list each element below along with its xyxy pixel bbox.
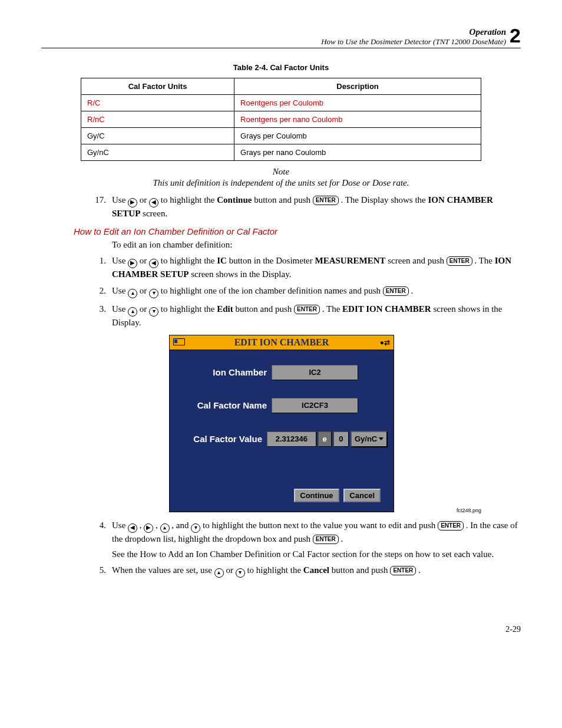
table-caption: Table 2-4. Cal Factor Units [41, 63, 521, 72]
chevron-down-icon [379, 437, 384, 440]
label-cal-factor-name: Cal Factor Name [176, 400, 272, 410]
enter-key-icon: ENTER [390, 566, 416, 575]
edit-step-5: 5. When the values are set, use ▴ or ▾ t… [41, 564, 521, 578]
enter-key-icon: ENTER [447, 256, 472, 266]
table-row: Gy/nC Grays per nano Coulomb [81, 144, 481, 160]
device-screen: EDIT ION CHAMBER ●⇄ Ion Chamber IC2 Cal … [169, 335, 394, 512]
label-cal-factor-value: Cal Factor Value [176, 434, 267, 444]
left-arrow-icon: ◀ [149, 198, 158, 207]
image-filename: fct248.png [81, 508, 481, 513]
dropdown-units[interactable]: Gy/nC [351, 431, 388, 447]
edit-step-4: 4. Use ◀ , ▶ , ▴ , and ▾ to highlight th… [41, 519, 521, 545]
field-cal-factor-value[interactable]: 2.312346 [267, 431, 316, 447]
right-arrow-icon: ▶ [128, 198, 137, 207]
field-ion-chamber[interactable]: IC2 [272, 365, 358, 380]
table-row: R/nC Roentgens per nano Coulomb [81, 111, 481, 127]
cal-factor-table: Cal Factor Units Description R/C Roentge… [81, 78, 481, 161]
field-exponent-e[interactable]: e [318, 431, 332, 447]
note-label: Note [41, 167, 521, 177]
intro-text: To edit an ion chamber definition: [112, 240, 521, 250]
up-arrow-icon: ▴ [214, 568, 224, 578]
field-exponent-val[interactable]: 0 [333, 431, 349, 447]
left-arrow-icon: ◀ [149, 259, 158, 268]
left-arrow-icon: ◀ [128, 523, 137, 533]
chapter-number: 2 [510, 24, 521, 48]
right-arrow-icon: ▶ [144, 523, 153, 533]
down-arrow-icon: ▾ [191, 523, 200, 533]
titlebar-icons: ●⇄ [366, 338, 390, 347]
table-row: Gy/C Grays per Coulomb [81, 127, 481, 144]
battery-icon [173, 338, 185, 345]
th-desc: Description [234, 78, 481, 94]
continue-button[interactable]: Continue [294, 489, 339, 502]
label-ion-chamber: Ion Chamber [176, 367, 272, 377]
see-text: See the How to Add an Ion Chamber Defini… [112, 549, 521, 559]
cancel-button[interactable]: Cancel [343, 489, 381, 502]
edit-step-3: 3. Use ▴ or ▾ to highlight the Edit butt… [41, 303, 521, 328]
down-arrow-icon: ▾ [236, 568, 245, 578]
field-cal-factor-name[interactable]: IC2CF3 [272, 398, 358, 413]
enter-key-icon: ENTER [313, 196, 339, 205]
up-arrow-icon: ▴ [128, 307, 137, 317]
enter-key-icon: ENTER [294, 305, 320, 314]
enter-key-icon: ENTER [313, 535, 339, 544]
down-arrow-icon: ▾ [149, 289, 158, 298]
up-arrow-icon: ▴ [128, 289, 137, 298]
up-arrow-icon: ▴ [160, 523, 170, 533]
chapter-subtitle: How to Use the Dosimeter Detector (TNT 1… [321, 37, 506, 46]
edit-step-1: 1. Use ▶ or ◀ to highlight the IC button… [41, 255, 521, 280]
down-arrow-icon: ▾ [149, 307, 158, 317]
th-units: Cal Factor Units [81, 78, 234, 94]
right-arrow-icon: ▶ [128, 259, 137, 268]
screen-title: EDIT ION CHAMBER [234, 337, 329, 348]
enter-key-icon: ENTER [383, 286, 409, 296]
enter-key-icon: ENTER [438, 521, 464, 531]
table-row: R/C Roentgens per Coulomb [81, 94, 481, 111]
edit-step-2: 2. Use ▴ or ▾ to highlight one of the io… [41, 285, 521, 298]
section-heading: How to Edit an Ion Chamber Definition or… [74, 226, 521, 236]
page-header: Operation How to Use the Dosimeter Detec… [41, 24, 521, 48]
chapter-title: Operation [470, 27, 507, 37]
step-17: 17. Use ▶ or ◀ to highlight the Continue… [41, 194, 521, 219]
note-text: This unit definition is independent of t… [41, 178, 521, 188]
screen-titlebar: EDIT ION CHAMBER ●⇄ [170, 335, 394, 350]
page-number: 2-29 [41, 625, 521, 634]
